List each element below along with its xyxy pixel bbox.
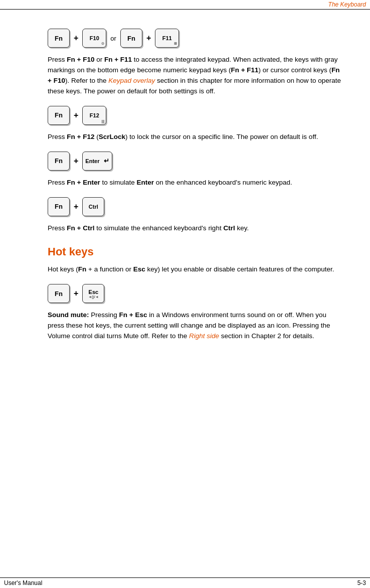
plus-6: + (74, 289, 78, 298)
header-bar: The Keyboard (0, 0, 370, 10)
key-enter: Enter ↵ (82, 152, 112, 171)
key-f11: F11 ⊞ (155, 29, 179, 48)
key-combo-fn-enter: Fn + Enter ↵ (48, 152, 342, 171)
footer-bar: User's Manual 5-3 (0, 577, 370, 588)
plus-2: + (146, 34, 151, 43)
key-fn-2: Fn (120, 29, 142, 48)
key-combo-fn-ctrl: Fn + Ctrl (48, 197, 342, 216)
plus-3: + (74, 111, 78, 120)
para-fn-enter: Press Fn + Enter to simulate Enter on th… (48, 178, 342, 188)
right-side-link[interactable]: Right side (189, 332, 219, 340)
para-hot-keys-intro: Hot keys (Fn + a function or Esc key) le… (48, 264, 342, 275)
key-combo-fn-esc: Fn + Esc ◄()/◄ (48, 284, 342, 303)
footer-left: User's Manual (4, 579, 42, 586)
footer-right: 5-3 (357, 579, 366, 586)
plus-1: + (74, 34, 78, 43)
key-combo-fn-f12: Fn + F12 ||| (48, 106, 342, 125)
main-content: Fn + F10 ⊙ or Fn + F11 ⊞ Press Fn + F10 … (0, 10, 370, 367)
hot-keys-heading: Hot keys (48, 245, 342, 258)
key-esc: Esc ◄()/◄ (82, 284, 104, 303)
key-fn-3: Fn (48, 106, 70, 125)
para-fn-f12: Press Fn + F12 (ScrLock) to lock the cur… (48, 132, 342, 142)
plus-4: + (74, 157, 78, 166)
para-fn-f10-f11: Press Fn + F10 or Fn + F11 to access the… (48, 55, 342, 97)
key-combo-fn-f10-f11: Fn + F10 ⊙ or Fn + F11 ⊞ (48, 29, 342, 48)
keypad-overlay-link[interactable]: Keypad overlay (108, 77, 155, 84)
key-fn-4: Fn (48, 152, 70, 171)
key-f12: F12 ||| (82, 106, 106, 125)
para-fn-ctrl: Press Fn + Ctrl to simulate the enhanced… (48, 223, 342, 234)
plus-5: + (74, 202, 78, 211)
key-ctrl: Ctrl (82, 197, 104, 216)
header-title: The Keyboard (328, 1, 366, 8)
or-text-1: or (110, 35, 116, 42)
key-f10: F10 ⊙ (82, 29, 106, 48)
key-fn-5: Fn (48, 197, 70, 216)
key-fn-6: Fn (48, 284, 70, 303)
para-fn-esc: Sound mute: Pressing Fn + Esc in a Windo… (48, 310, 342, 342)
key-fn-1: Fn (48, 29, 70, 48)
